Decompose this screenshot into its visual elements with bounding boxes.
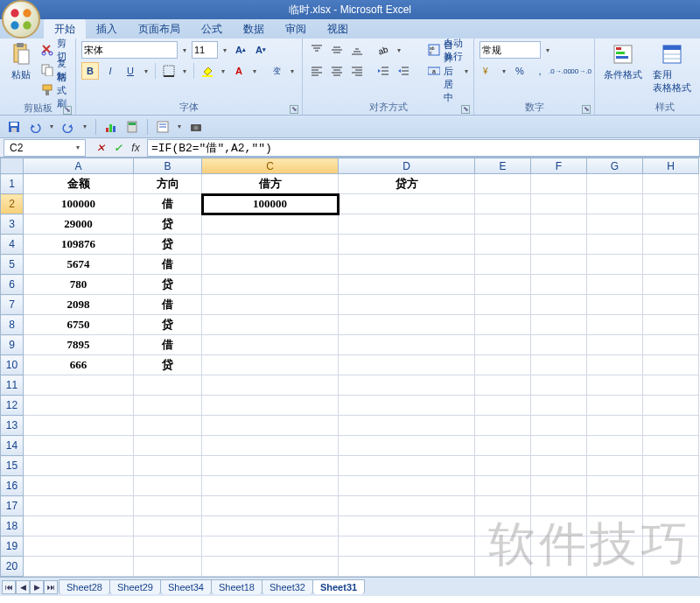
cell-F18[interactable] bbox=[531, 516, 587, 536]
undo-icon[interactable] bbox=[26, 118, 44, 136]
cell-E3[interactable] bbox=[475, 214, 531, 235]
cell-C11[interactable] bbox=[202, 375, 339, 396]
cell-G8[interactable] bbox=[587, 315, 643, 335]
row-header-19[interactable]: 19 bbox=[1, 536, 24, 557]
spreadsheet-grid[interactable]: ABCDEFGH1金额方向借方贷方2100000借100000329000贷41… bbox=[0, 158, 700, 577]
cell-B12[interactable] bbox=[134, 396, 202, 416]
redo-icon[interactable] bbox=[60, 118, 77, 136]
cell-G10[interactable] bbox=[587, 355, 643, 375]
align-right-button[interactable] bbox=[348, 62, 366, 80]
font-color-button[interactable]: A bbox=[230, 62, 248, 80]
cell-B2[interactable]: 借 bbox=[134, 194, 202, 214]
cell-H14[interactable] bbox=[643, 436, 699, 456]
cell-D7[interactable] bbox=[339, 295, 475, 315]
cell-A10[interactable]: 666 bbox=[24, 355, 134, 375]
row-header-18[interactable]: 18 bbox=[1, 516, 24, 536]
cell-F3[interactable] bbox=[531, 214, 587, 235]
cell-D17[interactable] bbox=[339, 496, 475, 516]
cell-F2[interactable] bbox=[531, 194, 587, 214]
name-box[interactable]: C2▾ bbox=[4, 139, 86, 157]
ribbon-tab-2[interactable]: 页面布局 bbox=[128, 19, 191, 39]
align-center-button[interactable] bbox=[328, 62, 346, 80]
cell-H7[interactable] bbox=[643, 295, 699, 315]
save-icon[interactable] bbox=[5, 118, 23, 136]
row-header-4[interactable]: 4 bbox=[1, 235, 24, 255]
cell-G14[interactable] bbox=[587, 436, 643, 456]
cell-A16[interactable] bbox=[24, 476, 134, 496]
sheet-tab-Sheet31[interactable]: Sheet31 bbox=[312, 579, 365, 594]
cell-B9[interactable]: 借 bbox=[134, 335, 202, 355]
cell-C15[interactable] bbox=[202, 456, 339, 476]
ribbon-tab-6[interactable]: 视图 bbox=[317, 19, 359, 39]
bold-button[interactable]: B bbox=[81, 62, 99, 80]
cell-F12[interactable] bbox=[531, 396, 587, 416]
cell-D8[interactable] bbox=[339, 315, 475, 335]
cell-F15[interactable] bbox=[531, 456, 587, 476]
increase-decimal-button[interactable]: .0→.00 bbox=[551, 62, 569, 80]
cell-G13[interactable] bbox=[587, 416, 643, 436]
cell-D13[interactable] bbox=[339, 416, 475, 436]
col-header-F[interactable]: F bbox=[531, 158, 587, 174]
cell-D5[interactable] bbox=[339, 255, 475, 275]
cell-E13[interactable] bbox=[475, 416, 531, 436]
cell-C16[interactable] bbox=[202, 476, 339, 496]
cell-C14[interactable] bbox=[202, 436, 339, 456]
increase-font-button[interactable]: A▴ bbox=[232, 41, 249, 59]
font-size-dropdown[interactable]: ▾ bbox=[220, 46, 229, 54]
border-button[interactable] bbox=[160, 62, 178, 80]
cell-H10[interactable] bbox=[643, 355, 699, 375]
cell-G4[interactable] bbox=[587, 235, 643, 255]
cell-B7[interactable]: 借 bbox=[134, 295, 202, 315]
ribbon-tab-5[interactable]: 审阅 bbox=[275, 19, 317, 39]
cell-C6[interactable] bbox=[202, 275, 339, 295]
cell-G9[interactable] bbox=[587, 335, 643, 355]
qat-calc-icon[interactable] bbox=[123, 118, 141, 136]
cell-F20[interactable] bbox=[531, 557, 587, 577]
row-header-17[interactable]: 17 bbox=[1, 496, 24, 516]
cell-H11[interactable] bbox=[643, 375, 699, 396]
cell-D1[interactable]: 贷方 bbox=[339, 174, 475, 194]
cell-C2[interactable]: 100000 bbox=[202, 194, 339, 214]
cell-G17[interactable] bbox=[587, 496, 643, 516]
cell-E1[interactable] bbox=[475, 174, 531, 194]
sheet-nav-last[interactable]: ⏭ bbox=[44, 580, 58, 594]
orientation-button[interactable]: ab bbox=[374, 41, 392, 59]
cell-F10[interactable] bbox=[531, 355, 587, 375]
ribbon-tab-3[interactable]: 公式 bbox=[191, 19, 233, 39]
ribbon-tab-0[interactable]: 开始 bbox=[44, 19, 86, 39]
qat-form-icon[interactable] bbox=[154, 118, 172, 136]
cell-F11[interactable] bbox=[531, 375, 587, 396]
cell-G18[interactable] bbox=[587, 516, 643, 536]
cell-B10[interactable]: 贷 bbox=[134, 355, 202, 375]
sheet-tab-Sheet34[interactable]: Sheet34 bbox=[160, 579, 212, 594]
row-header-20[interactable]: 20 bbox=[1, 557, 24, 577]
decrease-indent-button[interactable] bbox=[374, 62, 392, 80]
cell-A13[interactable] bbox=[24, 416, 134, 436]
row-header-16[interactable]: 16 bbox=[1, 476, 24, 496]
qat-chart-icon[interactable] bbox=[102, 118, 120, 136]
cell-B4[interactable]: 贷 bbox=[134, 235, 202, 255]
cell-A8[interactable]: 6750 bbox=[24, 315, 134, 335]
cell-E12[interactable] bbox=[475, 396, 531, 416]
cell-D15[interactable] bbox=[339, 456, 475, 476]
cell-H9[interactable] bbox=[643, 335, 699, 355]
sheet-tab-Sheet28[interactable]: Sheet28 bbox=[59, 579, 110, 594]
cell-A4[interactable]: 109876 bbox=[24, 235, 134, 255]
row-header-5[interactable]: 5 bbox=[1, 255, 24, 275]
cell-G16[interactable] bbox=[587, 476, 643, 496]
cell-A15[interactable] bbox=[24, 456, 134, 476]
row-header-9[interactable]: 9 bbox=[1, 335, 24, 355]
cell-A12[interactable] bbox=[24, 396, 134, 416]
sheet-nav-prev[interactable]: ◀ bbox=[16, 580, 30, 594]
cell-C8[interactable] bbox=[202, 315, 339, 335]
col-header-A[interactable]: A bbox=[24, 158, 134, 174]
sheet-nav-first[interactable]: ⏮ bbox=[2, 580, 16, 594]
cell-G19[interactable] bbox=[587, 536, 643, 557]
cell-H18[interactable] bbox=[643, 516, 699, 536]
cell-G1[interactable] bbox=[587, 174, 643, 194]
cell-B13[interactable] bbox=[134, 416, 202, 436]
cell-H8[interactable] bbox=[643, 315, 699, 335]
cell-A18[interactable] bbox=[24, 516, 134, 536]
col-header-H[interactable]: H bbox=[643, 158, 699, 174]
cell-A17[interactable] bbox=[24, 496, 134, 516]
